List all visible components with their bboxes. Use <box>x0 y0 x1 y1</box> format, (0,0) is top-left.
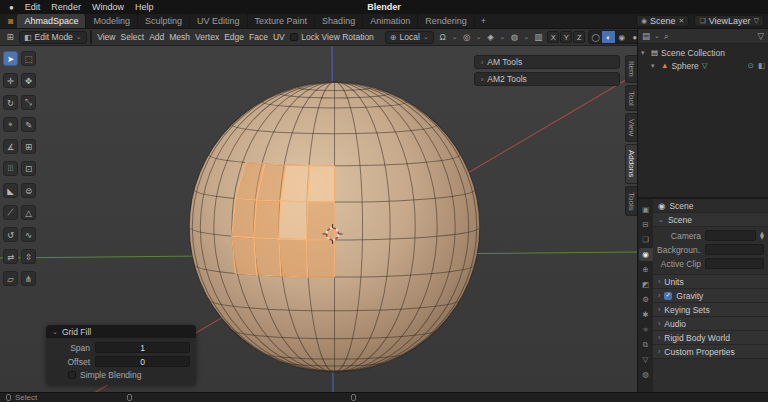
add-workspace-button[interactable]: + <box>475 14 492 28</box>
chevron-down-icon[interactable]: ⌄ <box>654 32 660 40</box>
properties-tab-object[interactable]: ◩ <box>639 278 653 291</box>
tool-button-extrude-region[interactable]: ⍐ <box>3 161 18 176</box>
tool-button-loop-cut[interactable]: ⊜ <box>21 183 36 198</box>
properties-tab-material[interactable]: ◍ <box>639 368 653 381</box>
panel-header-units[interactable]: › Units <box>653 275 768 289</box>
tool-button-poly-build[interactable]: △ <box>21 205 36 220</box>
xray-toggle-icon[interactable]: ▥ <box>532 32 544 42</box>
viewport-menu-item[interactable]: Vertex <box>193 32 222 42</box>
workspace-tab[interactable]: Texture Paint <box>248 14 316 28</box>
viewport-menu-item[interactable]: Mesh <box>167 32 193 42</box>
outliner-row-sphere[interactable]: ▾ ▲ Sphere ▽ ⊙ ◧ <box>641 59 765 72</box>
tool-button-move[interactable]: ✥ <box>21 73 36 88</box>
mirror-axis-button-z[interactable]: Z <box>573 31 585 43</box>
tool-button-tweak[interactable]: ➤ <box>3 51 18 66</box>
workspace-tab[interactable]: Animation <box>363 14 418 28</box>
tool-button-measure[interactable]: ∡ <box>3 139 18 154</box>
proportional-editing-icon[interactable]: ◎ <box>461 32 473 42</box>
filter-icon[interactable]: ▽ <box>757 31 764 41</box>
tool-button-rotate[interactable]: ↻ <box>3 95 18 110</box>
tool-button-knife[interactable]: ⟋ <box>3 205 18 220</box>
unlink-scene-icon[interactable]: ✕ <box>679 17 685 25</box>
shading-mode-button-rendered[interactable]: ● <box>628 31 637 43</box>
menu-item[interactable]: Render <box>51 2 81 12</box>
select-mode-button-vertex[interactable]: • <box>91 31 92 43</box>
tool-button-spin[interactable]: ↺ <box>3 227 18 242</box>
panel-header-scene[interactable]: ⌄ Scene <box>653 213 768 227</box>
gizmo-icon[interactable]: ◈ <box>485 32 497 42</box>
view-layer-filter-icon[interactable]: ▽ <box>754 17 759 25</box>
properties-tab-constraints[interactable]: ⧉ <box>639 338 653 351</box>
outliner-display-mode-icon[interactable]: ▤ <box>642 31 650 41</box>
workspace-tab[interactable]: UV Editing <box>190 14 248 28</box>
workspace-tab[interactable]: Sculpting <box>138 14 190 28</box>
properties-tab-object-data[interactable]: ▽ <box>639 353 653 366</box>
panel-header-gravity[interactable]: › ✓ Gravity <box>653 289 768 303</box>
workspace-tab[interactable]: AhmadSpace <box>17 14 86 28</box>
3d-viewport[interactable]: ➤ ⬚ ✛ ✥ ↻ ⤡ ⌖ ✎ <box>0 46 637 392</box>
sidebar-tab[interactable]: View <box>625 113 637 142</box>
tool-button-shear[interactable]: ▱ <box>3 271 18 286</box>
viewport-menu-item[interactable]: View <box>95 32 118 42</box>
sidebar-tab[interactable]: Addons <box>625 144 637 183</box>
menu-item[interactable]: Edit <box>25 2 41 12</box>
view-layer-selector[interactable]: ❏ ViewLayer ▽ <box>694 15 764 27</box>
disclosure-arrow-icon[interactable]: ▾ <box>641 49 648 57</box>
tool-button-transform[interactable]: ⌖ <box>3 117 18 132</box>
properties-tab-modifiers[interactable]: ⚙ <box>639 293 653 306</box>
sidebar-tab[interactable]: Tool <box>625 85 637 112</box>
sidebar-tab[interactable]: Tools <box>625 186 637 217</box>
tool-button-smooth[interactable]: ∿ <box>21 227 36 242</box>
disable-render-icon[interactable]: ◧ <box>758 61 765 70</box>
scene-selector[interactable]: ◉ Scene ✕ <box>636 15 690 27</box>
properties-tab-render[interactable]: ▣ <box>639 203 653 216</box>
addon-panel-header[interactable]: › AM Tools <box>474 55 620 69</box>
camera-field[interactable] <box>705 230 756 241</box>
active-clip-field[interactable] <box>705 258 764 269</box>
apple-menu-icon[interactable]: ● <box>9 3 14 12</box>
properties-tab-particles[interactable]: ✱ <box>639 308 653 321</box>
chevron-down-icon[interactable]: ⌄ <box>452 33 458 41</box>
properties-tab-view-layer[interactable]: ❏ <box>639 233 653 246</box>
tool-button-annotate[interactable]: ✎ <box>21 117 36 132</box>
viewport-menu-item[interactable]: Face <box>247 32 271 42</box>
mirror-axis-button-x[interactable]: X <box>547 31 559 43</box>
panel-header-keying-sets[interactable]: › Keying Sets <box>653 303 768 317</box>
tool-button-add-cube[interactable]: ⊞ <box>21 139 36 154</box>
workspace-tab[interactable]: Rendering <box>418 14 475 28</box>
tool-button-scale[interactable]: ⤡ <box>21 95 36 110</box>
viewport-menu-item[interactable]: Add <box>147 32 167 42</box>
shading-mode-button-wireframe[interactable]: ◯ <box>589 31 602 43</box>
chevron-down-icon[interactable]: ⌄ <box>476 33 482 41</box>
eyedropper-icon[interactable]: ⧫ <box>760 231 764 240</box>
simple-blending-checkbox[interactable] <box>68 371 76 379</box>
lock-view-rotation-checkbox[interactable] <box>290 33 298 41</box>
panel-header-audio[interactable]: › Audio <box>653 317 768 331</box>
tool-button-bevel[interactable]: ◣ <box>3 183 18 198</box>
background-scene-field[interactable] <box>705 244 764 255</box>
snap-magnet-icon[interactable]: Ω <box>437 32 449 42</box>
orientation-dropdown[interactable]: ⊕ Local ⌄ <box>385 31 434 44</box>
blender-logo-icon[interactable]: ◙ <box>4 14 17 28</box>
panel-header-custom-properties[interactable]: › Custom Properties <box>653 345 768 359</box>
grid-fill-header[interactable]: ⌄ Grid Fill <box>46 325 196 338</box>
tool-button-cursor[interactable]: ✛ <box>3 73 18 88</box>
viewport-menu-item[interactable]: Edge <box>222 32 247 42</box>
shading-mode-button-solid[interactable]: ◐ <box>602 31 615 43</box>
properties-tab-world[interactable]: ⊕ <box>639 263 653 276</box>
mode-dropdown[interactable]: ◧ Edit Mode ⌄ <box>19 31 87 44</box>
overlays-icon[interactable]: ◍ <box>508 32 520 42</box>
shading-mode-button-material[interactable]: ◉ <box>615 31 628 43</box>
number-field[interactable]: 0 <box>95 356 190 367</box>
viewport-menu-item[interactable]: UV <box>270 32 287 42</box>
addon-panel-header[interactable]: › AM2 Tools <box>474 72 620 86</box>
number-field[interactable]: 1 <box>95 342 190 353</box>
workspace-tab[interactable]: Modeling <box>86 14 138 28</box>
outliner-row-scene-collection[interactable]: ▾ ▤ Scene Collection <box>641 46 765 59</box>
menu-item[interactable]: Window <box>92 2 124 12</box>
properties-tab-physics[interactable]: ⚛ <box>639 323 653 336</box>
tool-button-rip-region[interactable]: ⋔ <box>21 271 36 286</box>
disclosure-arrow-icon[interactable]: ▾ <box>651 62 658 70</box>
tool-button-edge-slide[interactable]: ⇄ <box>3 249 18 264</box>
menu-item[interactable]: Help <box>135 2 154 12</box>
